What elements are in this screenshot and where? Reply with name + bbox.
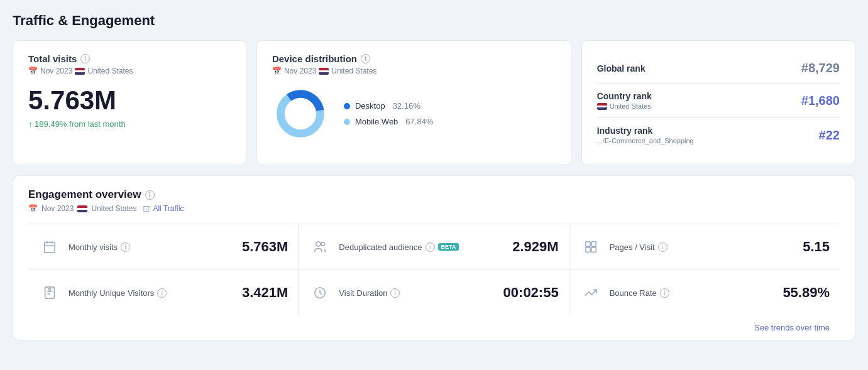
device-distribution-card: Device distribution i 📅 Nov 2023 United … [256, 40, 571, 165]
page-title: Traffic & Engagement [13, 13, 855, 29]
pages-visit-info-icon[interactable]: i [658, 242, 667, 252]
monthly-visits-label-group: Monthly visits i [69, 242, 234, 252]
traffic-icon: ⊡ [143, 204, 150, 214]
monthly-visits-info-icon[interactable]: i [121, 242, 130, 252]
svg-rect-11 [591, 248, 596, 252]
mobile-dot [344, 119, 350, 125]
industry-rank-value: #22 [819, 128, 840, 143]
pages-visit-label-group: Pages / Visit i [610, 242, 796, 252]
monthly-unique-visitors-cell: Monthly Unique Visitors i 3.421M [28, 270, 299, 315]
pages-visit-label: Pages / Visit i [610, 242, 796, 252]
deduplicated-audience-cell: Deduplicated audience i BETA 2.929M [299, 224, 569, 270]
bounce-rate-icon [580, 281, 602, 304]
pages-visit-cell: Pages / Visit i 5.15 [569, 224, 840, 270]
country-rank-label: Country rank [597, 91, 652, 101]
deduplicated-audience-icon [309, 236, 331, 258]
visit-duration-label-group: Visit Duration i [339, 288, 495, 298]
monthly-visits-icon [38, 236, 61, 258]
visit-duration-info-icon[interactable]: i [390, 288, 400, 298]
industry-rank-sublabel: .../E-Commerce_and_Shopping [597, 137, 694, 144]
monthly-visits-cell: Monthly visits i 5.763M [28, 224, 299, 270]
engagement-title: Engagement overview i [28, 188, 840, 201]
monthly-unique-visitors-info-icon[interactable]: i [157, 288, 167, 298]
svg-point-7 [321, 242, 324, 246]
pages-visit-value: 5.15 [803, 239, 830, 255]
bounce-rate-cell: Bounce Rate i 55.89% [569, 270, 840, 315]
device-distribution-title: Device distribution i [272, 53, 556, 64]
visit-duration-value: 00:02:55 [503, 285, 559, 301]
dedup-label-group: Deduplicated audience i BETA [339, 242, 505, 252]
mobile-pct: 67.84% [405, 117, 433, 126]
all-traffic-group: ⊡ All Traffic [143, 204, 184, 214]
svg-rect-12 [45, 287, 55, 298]
top-cards-row: Total visits i 📅 Nov 2023 United States … [13, 40, 855, 165]
visit-duration-icon [309, 281, 331, 304]
engagement-info-icon[interactable]: i [145, 190, 155, 200]
visit-duration-cell: Visit Duration i 00:02:55 [299, 270, 569, 315]
device-us-flag-icon [319, 68, 329, 75]
calendar-icon: 📅 [28, 67, 38, 75]
bounce-rate-label: Bounce Rate i [610, 288, 776, 298]
svg-rect-2 [45, 242, 55, 253]
desktop-dot [344, 103, 350, 109]
mobile-legend-item: Mobile Web 67.84% [344, 117, 434, 126]
total-visits-info-icon[interactable]: i [80, 54, 90, 63]
pages-visit-icon [580, 236, 602, 258]
ranks-card: Global rank #8,729 Country rank United S… [581, 40, 855, 165]
monthly-unique-visitors-icon [38, 281, 61, 304]
monthly-unique-visitors-label: Monthly Unique Visitors i [69, 288, 234, 298]
total-visits-title: Total visits i [28, 53, 231, 64]
device-distribution-subtitle: 📅 Nov 2023 United States [272, 67, 556, 75]
device-legend: Desktop 32.16% Mobile Web 67.84% [344, 101, 434, 126]
country-rank-sublabel: United States [597, 102, 652, 110]
device-content: Desktop 32.16% Mobile Web 67.84% [272, 85, 556, 142]
engagement-flag-icon [77, 205, 87, 212]
engagement-overview-card: Engagement overview i 📅 Nov 2023 United … [13, 175, 855, 340]
country-rank-row: Country rank United States #1,680 [597, 84, 840, 118]
industry-rank-row: Industry rank .../E-Commerce_and_Shoppin… [597, 118, 840, 152]
svg-rect-10 [585, 248, 590, 252]
bounce-rate-label-group: Bounce Rate i [610, 288, 776, 298]
bounce-rate-info-icon[interactable]: i [660, 288, 669, 298]
global-rank-label: Global rank [597, 63, 646, 73]
monthly-unique-visitors-value: 3.421M [242, 285, 288, 301]
device-calendar-icon: 📅 [272, 67, 282, 75]
total-visits-value: 5.763M [28, 85, 231, 116]
monthly-visits-value: 5.763M [242, 239, 288, 255]
svg-point-15 [48, 288, 51, 291]
engagement-subtitle: 📅 Nov 2023 United States ⊡ All Traffic [28, 204, 840, 214]
desktop-legend-item: Desktop 32.16% [344, 101, 434, 111]
monthly-visits-label: Monthly visits i [69, 242, 234, 252]
beta-badge: BETA [438, 243, 459, 251]
engagement-calendar-icon: 📅 [28, 204, 38, 213]
us-flag-icon [75, 68, 85, 75]
visit-duration-label: Visit Duration i [339, 288, 495, 298]
bounce-rate-value: 55.89% [783, 285, 830, 301]
deduplicated-audience-value: 2.929M [512, 239, 558, 255]
svg-rect-9 [591, 242, 596, 246]
desktop-pct: 32.16% [393, 101, 420, 111]
global-rank-row: Global rank #8,729 [597, 53, 840, 84]
country-rank-value: #1,680 [801, 94, 840, 108]
deduplicated-audience-label: Deduplicated audience i BETA [339, 242, 505, 252]
svg-point-6 [316, 242, 321, 246]
engagement-header: Engagement overview i 📅 Nov 2023 United … [28, 188, 840, 214]
total-visits-growth: ↑ 189.49% from last month [28, 119, 231, 129]
see-trends-link[interactable]: See trends over time [28, 315, 840, 340]
dedup-info-icon[interactable]: i [426, 242, 435, 252]
metrics-grid: Monthly visits i 5.763M Deduplicated aud… [28, 224, 840, 315]
monthly-unique-visitors-label-group: Monthly Unique Visitors i [69, 288, 234, 298]
device-distribution-info-icon[interactable]: i [361, 54, 370, 63]
industry-rank-label: Industry rank [597, 126, 694, 136]
donut-chart [272, 85, 329, 142]
global-rank-value: #8,729 [801, 61, 840, 75]
total-visits-card: Total visits i 📅 Nov 2023 United States … [13, 40, 246, 165]
total-visits-subtitle: 📅 Nov 2023 United States [28, 67, 231, 75]
svg-rect-8 [585, 242, 590, 246]
country-rank-flag-icon [597, 103, 607, 110]
